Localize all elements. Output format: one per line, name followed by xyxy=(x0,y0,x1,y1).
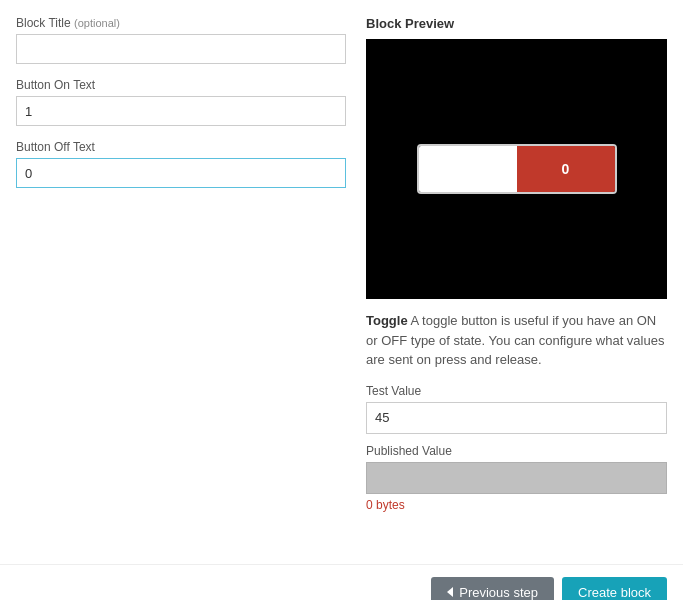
button-off-label: Button Off Text xyxy=(16,140,346,154)
block-preview-box: 0 xyxy=(366,39,667,299)
preview-title: Block Preview xyxy=(366,16,667,31)
right-panel: Block Preview 0 Toggle A toggle button i… xyxy=(366,16,667,528)
description-bold: Toggle xyxy=(366,313,408,328)
block-title-input[interactable] xyxy=(16,34,346,64)
chevron-left-icon xyxy=(447,587,453,597)
block-title-label-text: Block Title xyxy=(16,16,71,30)
prev-step-button[interactable]: Previous step xyxy=(431,577,554,601)
button-on-group: Button On Text xyxy=(16,78,346,126)
button-off-input[interactable] xyxy=(16,158,346,188)
button-on-label: Button On Text xyxy=(16,78,346,92)
footer-bar: Previous step Create block xyxy=(0,564,683,601)
create-block-label: Create block xyxy=(578,585,651,600)
prev-step-label: Previous step xyxy=(459,585,538,600)
toggle-widget[interactable]: 0 xyxy=(417,144,617,194)
bytes-display: 0 bytes xyxy=(366,498,667,512)
block-title-group: Block Title (optional) xyxy=(16,16,346,64)
toggle-off-text: 0 xyxy=(562,161,570,177)
published-value-label: Published Value xyxy=(366,444,667,458)
toggle-description: Toggle A toggle button is useful if you … xyxy=(366,311,667,370)
create-block-button[interactable]: Create block xyxy=(562,577,667,601)
left-panel: Block Title (optional) Button On Text Bu… xyxy=(16,16,346,528)
button-on-input[interactable] xyxy=(16,96,346,126)
toggle-on-part xyxy=(419,146,517,192)
description-body: A toggle button is useful if you have an… xyxy=(366,313,664,367)
block-title-optional: (optional) xyxy=(74,17,120,29)
test-value-label: Test Value xyxy=(366,384,667,398)
block-title-label: Block Title (optional) xyxy=(16,16,346,30)
published-value-box xyxy=(366,462,667,494)
test-value-input[interactable] xyxy=(366,402,667,434)
toggle-off-part: 0 xyxy=(517,146,615,192)
button-off-group: Button Off Text xyxy=(16,140,346,188)
